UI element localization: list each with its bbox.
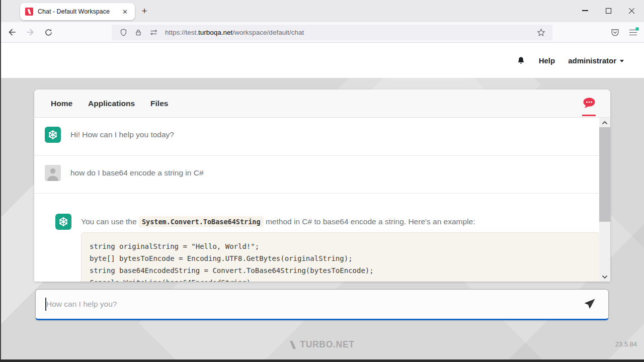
message-text: Hi! How can I help you today? [70,127,174,155]
nav-tab-files[interactable]: Files [150,99,168,108]
bell-icon[interactable] [516,56,526,65]
minimize-icon[interactable] [574,3,597,18]
send-icon[interactable] [583,298,596,311]
url-bar[interactable]: https://test.turboqa.net/workspace/defau… [112,25,552,40]
workspace-background: Home Applications Files [0,78,644,362]
tab-close-icon[interactable]: ✕ [120,7,130,17]
browser-tab[interactable]: Chat - Default Workspace ✕ [20,3,135,20]
chat-bubble-icon[interactable] [582,97,596,109]
help-link[interactable]: Help [539,56,555,65]
workspace-nav: Home Applications Files [34,89,610,118]
message-text: You can use the System.Convert.ToBase64S… [81,214,475,230]
browser-toolbar: https://test.turboqa.net/workspace/defau… [0,22,644,43]
scrollbar-thumb[interactable] [599,127,610,222]
turbo-wordmark-icon [289,340,296,349]
tab-title: Chat - Default Workspace [38,8,120,15]
nav-tab-applications[interactable]: Applications [88,99,135,108]
shield-icon[interactable] [118,28,128,38]
chatgpt-avatar-icon [45,127,61,143]
user-menu-label: administrator [568,56,616,65]
scroll-down-icon[interactable] [599,272,610,282]
chat-tab-active-indicator [582,115,596,116]
new-tab-icon[interactable]: + [139,6,150,17]
message-text: how do I base64 encode a string in C# [70,165,204,193]
browser-titlebar: Chat - Default Workspace ✕ + [0,0,644,22]
permissions-icon[interactable] [148,28,158,38]
code-block: string originalString = "Hello, World!";… [81,232,600,282]
chat-scrollbar[interactable] [599,118,610,282]
url-text: https://test.turboqa.net/workspace/defau… [165,29,533,36]
chat-message-list: Hi! How can I help you today? how do I b… [34,118,610,282]
nav-tab-home[interactable]: Home [51,99,72,108]
content-card: Home Applications Files [34,89,610,282]
caret-down-icon [620,60,624,62]
chat-message-user: how do I base64 encode a string in C# [34,156,610,194]
pocket-icon[interactable] [608,26,622,40]
back-icon[interactable] [6,26,18,38]
user-avatar-icon [45,165,61,181]
turbo-favicon [25,8,33,16]
close-icon[interactable] [620,3,643,18]
update-indicator [635,27,639,31]
footer: TURBO.NET [0,339,644,351]
scroll-up-icon[interactable] [599,118,610,127]
window-edge [0,0,1,362]
user-menu[interactable]: administrator [568,56,624,65]
chat-message-assistant: You can use the System.Convert.ToBase64S… [34,194,610,282]
inline-code: System.Convert.ToBase64String [139,216,264,227]
version-label: 23.5.84 [615,340,637,348]
chat-message-assistant: Hi! How can I help you today? [34,118,610,156]
bookmark-star-icon[interactable] [536,28,546,38]
window-edge [0,359,644,362]
chat-composer [35,289,609,320]
menu-icon[interactable] [626,26,640,40]
forward-icon[interactable] [24,26,36,38]
chatgpt-avatar-icon [55,214,71,230]
maximize-icon[interactable] [597,3,620,18]
chat-input[interactable] [46,290,575,318]
reload-icon[interactable] [42,26,54,38]
footer-brand-text: TURBO.NET [300,339,354,350]
lock-icon[interactable] [133,28,143,38]
